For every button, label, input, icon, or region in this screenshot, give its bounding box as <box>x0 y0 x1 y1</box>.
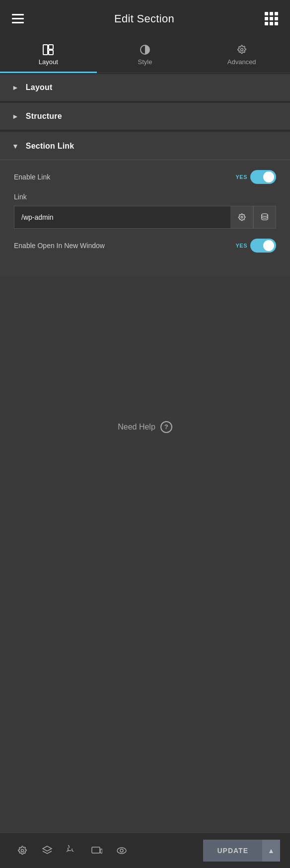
tab-advanced-label: Advanced <box>227 58 256 66</box>
tab-style[interactable]: Style <box>97 37 194 73</box>
svg-rect-1 <box>49 45 53 49</box>
section-layout-label: Layout <box>26 83 53 92</box>
section-link-label: Section Link <box>26 142 74 151</box>
header: Edit Section <box>0 0 290 37</box>
help-question-mark: ? <box>164 423 168 431</box>
chevron-right-icon: ► <box>12 84 19 91</box>
link-database-button[interactable] <box>253 206 276 229</box>
section-structure-label: Structure <box>26 112 62 121</box>
help-icon[interactable]: ? <box>160 421 172 433</box>
bottom-bar: UPDATE ▲ <box>0 833 290 868</box>
layers-bottom-icon[interactable] <box>35 833 60 868</box>
link-field-group: Link <box>14 193 276 229</box>
svg-rect-9 <box>100 849 102 853</box>
enable-new-window-label: Enable Open In New Window <box>14 242 105 250</box>
section-row-section-link[interactable]: ▼ Section Link <box>0 133 290 160</box>
section-row-layout[interactable]: ► Layout <box>0 74 290 102</box>
need-help-text: Need Help <box>118 423 155 432</box>
enable-link-yes-label: YES <box>235 174 247 180</box>
enable-new-window-yes-label: YES <box>235 243 247 249</box>
link-input-row <box>14 206 276 229</box>
svg-rect-8 <box>92 847 100 853</box>
svg-point-6 <box>262 214 268 216</box>
hamburger-menu-icon[interactable] <box>12 14 24 23</box>
section-row-structure[interactable]: ► Structure <box>0 103 290 131</box>
svg-point-4 <box>240 49 243 51</box>
svg-point-7 <box>21 850 24 852</box>
tab-layout[interactable]: Layout <box>0 37 97 73</box>
enable-new-window-row: Enable Open In New Window YES <box>14 239 276 253</box>
svg-rect-0 <box>43 45 48 55</box>
layout-icon <box>43 44 54 55</box>
section-link-content: Enable Link YES Link <box>0 160 290 275</box>
chevron-down-icon: ▼ <box>12 142 19 150</box>
apps-grid-icon[interactable] <box>265 12 278 25</box>
style-icon <box>140 44 150 55</box>
responsive-bottom-icon[interactable] <box>84 833 109 868</box>
enable-link-toggle[interactable] <box>250 170 276 184</box>
tab-advanced[interactable]: Advanced <box>193 37 290 73</box>
history-bottom-icon[interactable] <box>60 833 84 868</box>
enable-new-window-toggle-wrap: YES <box>235 239 276 253</box>
tabs-bar: Layout Style Advanced <box>0 37 290 73</box>
link-input[interactable] <box>14 206 230 229</box>
page-title: Edit Section <box>114 12 174 25</box>
tab-style-label: Style <box>138 58 152 66</box>
preview-bottom-icon[interactable] <box>109 833 134 868</box>
svg-point-5 <box>241 216 243 218</box>
update-arrow-button[interactable]: ▲ <box>262 840 280 862</box>
update-button[interactable]: UPDATE <box>203 840 262 862</box>
enable-new-window-toggle[interactable] <box>250 239 276 253</box>
svg-point-11 <box>120 849 123 852</box>
settings-bottom-icon[interactable] <box>10 833 35 868</box>
enable-link-row: Enable Link YES <box>14 170 276 184</box>
enable-link-slider <box>250 170 276 184</box>
enable-link-label: Enable Link <box>14 173 50 181</box>
tab-layout-label: Layout <box>39 58 58 66</box>
enable-link-toggle-wrap: YES <box>235 170 276 184</box>
chevron-right-icon-2: ► <box>12 112 19 120</box>
advanced-icon <box>236 44 247 55</box>
update-button-group: UPDATE ▲ <box>203 840 280 862</box>
main-spacer <box>0 578 290 833</box>
enable-new-window-slider <box>250 239 276 253</box>
svg-rect-2 <box>49 50 53 55</box>
need-help-section: Need Help ? <box>0 275 290 578</box>
link-field-label: Link <box>14 193 276 201</box>
update-arrow-icon: ▲ <box>268 847 275 855</box>
svg-point-10 <box>117 848 126 854</box>
link-settings-button[interactable] <box>230 206 253 229</box>
